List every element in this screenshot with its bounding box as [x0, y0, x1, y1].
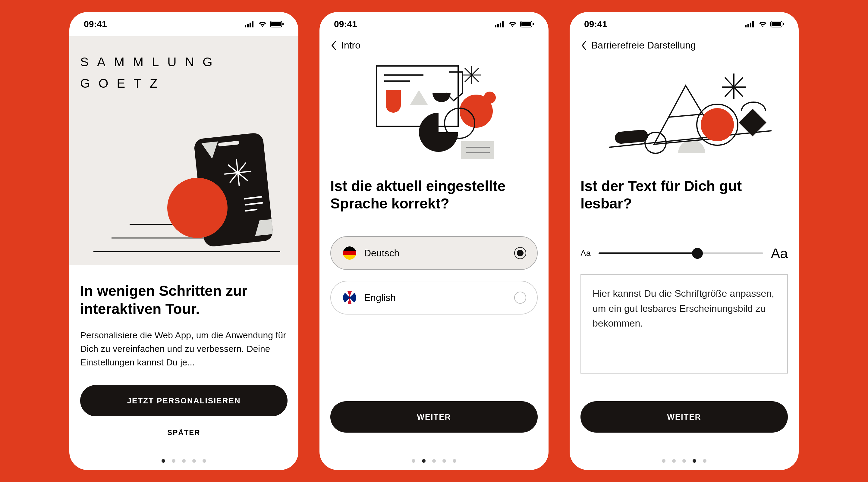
svg-rect-38	[461, 141, 494, 159]
language-option-english[interactable]: English	[330, 281, 538, 315]
wifi-icon	[758, 21, 767, 27]
onboarding-screen-language: 09:41 Intro	[319, 12, 549, 470]
status-icons	[245, 21, 284, 27]
dot-2[interactable]	[422, 459, 426, 463]
svg-rect-44	[752, 22, 754, 27]
dot-3[interactable]	[682, 459, 686, 463]
flag-en-icon	[343, 291, 356, 304]
svg-rect-46	[772, 22, 781, 26]
language-illustration	[319, 51, 549, 171]
dot-1[interactable]	[412, 459, 415, 463]
svg-rect-0	[245, 25, 246, 27]
status-icons	[495, 21, 534, 27]
dot-4[interactable]	[192, 459, 196, 463]
personalize-button[interactable]: JETZT PERSONALISIEREN	[80, 385, 287, 416]
slider-thumb[interactable]	[692, 248, 703, 259]
back-label: Intro	[341, 40, 361, 51]
battery-icon	[770, 21, 784, 27]
back-label: Barrierefreie Darstellung	[591, 40, 696, 51]
intro-illustration-panel: SAMMLUNG GOETZ	[69, 36, 299, 265]
onboarding-screen-fontsize: 09:41 Barrierefreie Darstellung	[569, 12, 799, 470]
dot-5[interactable]	[203, 459, 206, 463]
slider-fill	[598, 252, 697, 254]
svg-rect-1	[247, 24, 249, 27]
chevron-left-icon	[330, 40, 337, 51]
svg-rect-49	[614, 129, 648, 144]
wifi-icon	[508, 21, 517, 27]
cellular-icon	[745, 21, 755, 27]
dot-5[interactable]	[453, 459, 456, 463]
status-time: 09:41	[584, 19, 607, 29]
svg-rect-22	[500, 23, 501, 27]
back-nav[interactable]: Intro	[319, 36, 549, 51]
radio-unselected-icon	[514, 292, 526, 304]
svg-rect-21	[497, 24, 499, 27]
fontsize-illustration	[569, 51, 799, 171]
battery-icon	[520, 21, 534, 27]
svg-point-19	[167, 178, 227, 238]
cellular-icon	[245, 21, 255, 27]
status-time: 09:41	[84, 19, 107, 29]
language-label: English	[364, 292, 396, 303]
slider-min-label: Aa	[581, 249, 591, 258]
intro-body: Personalisiere die Web App, um die Anwen…	[80, 328, 287, 369]
continue-button[interactable]: WEITER	[330, 401, 538, 432]
cellular-icon	[495, 21, 505, 27]
dot-3[interactable]	[432, 459, 436, 463]
dot-5[interactable]	[703, 459, 707, 463]
status-time: 09:41	[334, 19, 357, 29]
later-button[interactable]: SPÄTER	[69, 428, 299, 437]
dot-4[interactable]	[692, 459, 696, 463]
svg-rect-41	[745, 25, 747, 27]
onboarding-screen-intro: 09:41 SAMMLUNG GOETZ	[69, 12, 299, 470]
dot-4[interactable]	[442, 459, 446, 463]
status-bar: 09:41	[69, 12, 299, 36]
slider-track[interactable]	[598, 252, 763, 254]
radio-selected-icon	[514, 247, 526, 259]
svg-rect-43	[750, 23, 751, 27]
flag-de-icon	[343, 247, 356, 260]
wifi-icon	[258, 21, 267, 27]
dot-2[interactable]	[172, 459, 176, 463]
dot-3[interactable]	[182, 459, 186, 463]
svg-rect-23	[502, 22, 504, 27]
battery-icon	[270, 21, 284, 27]
svg-marker-30	[410, 90, 428, 105]
fontsize-heading: Ist der Text für Dich gut lesbar?	[581, 178, 788, 212]
svg-rect-5	[271, 22, 281, 26]
dot-1[interactable]	[161, 459, 165, 463]
language-option-deutsch[interactable]: Deutsch	[330, 236, 538, 270]
svg-rect-25	[521, 22, 531, 26]
page-dots	[319, 459, 549, 463]
svg-rect-42	[747, 24, 749, 27]
svg-rect-6	[282, 23, 284, 25]
intro-illustration	[69, 36, 299, 265]
svg-rect-3	[252, 22, 253, 27]
svg-rect-47	[783, 23, 784, 25]
svg-point-36	[484, 92, 496, 104]
fontsize-preview: Hier kannst Du die Schriftgröße anpassen…	[581, 274, 788, 374]
page-dots	[569, 459, 799, 463]
intro-heading: In wenigen Schritten zur interaktiven To…	[80, 282, 287, 318]
status-bar: 09:41	[319, 12, 549, 36]
dot-1[interactable]	[662, 459, 665, 463]
continue-button[interactable]: WEITER	[581, 401, 788, 432]
svg-rect-20	[495, 25, 496, 27]
fontsize-slider[interactable]: Aa Aa	[581, 245, 788, 261]
status-bar: 09:41	[569, 12, 799, 36]
back-nav[interactable]: Barrierefreie Darstellung	[569, 36, 799, 51]
dot-2[interactable]	[672, 459, 676, 463]
status-icons	[745, 21, 784, 27]
language-label: Deutsch	[364, 248, 399, 259]
svg-rect-26	[532, 23, 534, 25]
language-heading: Ist die aktuell eingestellte Sprache kor…	[330, 178, 538, 212]
slider-max-label: Aa	[771, 245, 788, 261]
svg-line-51	[669, 114, 702, 117]
svg-rect-2	[250, 23, 251, 27]
chevron-left-icon	[581, 40, 587, 51]
svg-point-53	[701, 108, 734, 141]
intro-content: In wenigen Schritten zur interaktiven To…	[69, 265, 299, 470]
page-dots	[69, 459, 299, 463]
